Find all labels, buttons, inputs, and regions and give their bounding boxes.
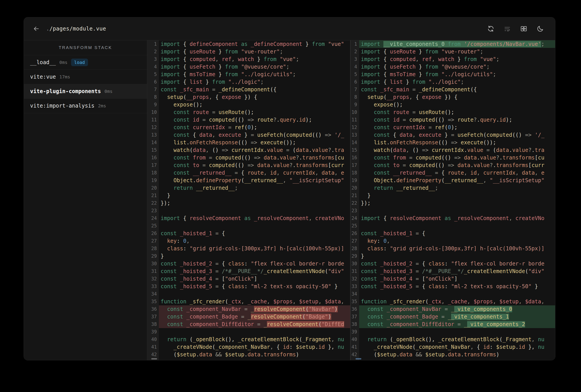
h-scrollbar-thumb[interactable] [151, 358, 157, 360]
line-number: 10 [147, 108, 159, 116]
code-text: Object.defineProperty(__returned__, "__i… [359, 176, 555, 184]
code-text: const to = computed(() => data.value?.tr… [359, 162, 555, 169]
code-line: 18 const __returned__ = { route, id, cur… [351, 169, 555, 176]
transform-stack-sidebar: TRANSFORM STACK __load__0msloadvite:vue1… [24, 40, 147, 360]
code-text: const from = computed(() => data.value?.… [359, 154, 555, 162]
line-number: 15 [147, 146, 159, 154]
code-line: 40 return (_openBlock(), _createElementB… [351, 336, 555, 343]
code-line: 14 list.onFetchResponse(() => execute())… [147, 139, 350, 146]
transform-time: 17ms [60, 74, 70, 80]
code-text: watch(data, () => currentIdx.value = (da… [159, 146, 350, 154]
code-text: class: "grid grid-cols-[300px,3fr] h-[ca… [159, 245, 350, 252]
line-number: 18 [147, 169, 159, 176]
code-line: 7const _sfc_main = _defineComponent({ [351, 86, 555, 93]
code-text [159, 328, 350, 336]
code-text: const _component_DiffEditor = _resolveCo… [159, 320, 350, 328]
line-number: 16 [147, 154, 159, 162]
code-text: import { useFetch } from "@vueuse/core"; [159, 63, 350, 70]
code-panel-after[interactable]: 1import __vite_components_0 from '/compo… [351, 40, 555, 360]
code-text: const route = useRoute(); [359, 108, 555, 116]
line-number: 23 [351, 207, 359, 214]
refresh-button[interactable] [487, 25, 494, 32]
toolbar-actions [487, 25, 544, 32]
code-text: class: "grid grid-cols-[300px,3fr] h-[ca… [359, 245, 555, 252]
code-text: return (_openBlock(), _createElementBloc… [159, 336, 350, 343]
code-line: 27 key: 0, [147, 237, 350, 245]
theme-toggle-button[interactable] [536, 25, 544, 32]
code-line: 24import { resolveComponent as _resolveC… [147, 214, 350, 222]
transform-time: 2ms [98, 103, 106, 108]
code-text: const _hoisted_4 = ["onClick"] [159, 275, 350, 283]
transform-name: __load__ [30, 59, 56, 66]
code-line: 22}); [351, 199, 555, 207]
line-number: 24 [351, 214, 359, 222]
code-line: 40 return (_openBlock(), _createElementB… [147, 336, 350, 343]
line-number: 31 [147, 268, 159, 275]
line-number: 32 [351, 275, 359, 283]
line-number: 39 [351, 328, 359, 336]
sidebar-item-load[interactable]: __load__0msload [24, 55, 147, 70]
sidebar-item-vite-vue[interactable]: vite:vue17ms [24, 70, 147, 84]
code-line: 30const _hoisted_2 = { class: "flex flex… [351, 260, 555, 268]
h-scrollbar-thumb[interactable] [356, 358, 361, 360]
code-line: 36 const _component_NavBar = __vite_comp… [351, 305, 555, 313]
code-line: 39 [351, 328, 555, 336]
code-panel-before[interactable]: 1import { defineComponent as _defineComp… [147, 40, 351, 360]
code-text: function _sfc_render(_ctx, _cache, $prop… [159, 298, 350, 305]
code-text: import { computed, ref, watch } from "vu… [359, 56, 555, 63]
transform-time: 0ms [104, 89, 112, 94]
code-text: import { resolveComponent as _resolveCom… [159, 214, 350, 222]
line-number: 39 [147, 328, 159, 336]
code-line: 4import { useFetch } from "@vueuse/core"… [351, 63, 555, 70]
code-line: 17 const to = computed(() => data.value?… [147, 162, 350, 169]
transform-name: vite-plugin-components [30, 88, 101, 94]
code-line: 28 class: "grid grid-cols-[300px,3fr] h-… [147, 245, 350, 252]
code-text: import { computed, ref, watch } from "vu… [159, 56, 350, 63]
line-number: 16 [351, 154, 359, 162]
code-text: const _hoisted_4 = ["onClick"] [359, 275, 555, 283]
line-number: 8 [147, 93, 159, 101]
code-line: 29} [147, 252, 350, 260]
line-number: 38 [351, 320, 359, 328]
side-by-side-toggle-button[interactable] [520, 25, 528, 32]
line-number: 2 [351, 48, 359, 56]
line-number: 30 [147, 260, 159, 268]
code-text: const _hoisted_1 = { [159, 230, 350, 237]
line-number: 42 [351, 351, 359, 358]
line-number: 1 [147, 40, 159, 48]
code-line: 13 const { data, execute } = useFetch(co… [351, 131, 555, 139]
line-number: 4 [351, 63, 359, 70]
code-text: import { useFetch } from "@vueuse/core"; [359, 63, 555, 70]
code-line: 5import { msToTime } from "../logic/util… [351, 70, 555, 78]
code-line: 15 watch(data, () => currentIdx.value = … [147, 146, 350, 154]
code-text: key: 0, [159, 237, 350, 245]
code-line: 38 const _component_DiffEditor = _resolv… [147, 320, 350, 328]
line-number: 22 [351, 199, 359, 207]
top-bar: ./pages/module.vue [24, 17, 555, 40]
code-text: import { resolveComponent as _resolveCom… [359, 214, 555, 222]
code-text [159, 207, 350, 214]
code-line: 10 const route = useRoute(); [351, 108, 555, 116]
code-line: 16 const from = computed(() => data.valu… [351, 154, 555, 162]
sidebar-item-vite-import-analysis[interactable]: vite:import-analysis2ms [24, 99, 147, 113]
code-line: 28 class: "grid grid-cols-[300px,3fr] h-… [351, 245, 555, 252]
code-line: 32const _hoisted_4 = ["onClick"] [147, 275, 350, 283]
line-number: 23 [147, 207, 159, 214]
line-number: 25 [147, 222, 159, 230]
sidebar-item-vite-plugin-components[interactable]: vite-plugin-components0ms [24, 84, 147, 99]
code-text: const _sfc_main = _defineComponent({ [159, 86, 350, 93]
line-number: 24 [147, 214, 159, 222]
line-number: 14 [351, 139, 359, 146]
code-text [159, 290, 350, 298]
code-line: 2import { useRoute } from "vue-router"; [147, 48, 350, 56]
line-number: 30 [351, 260, 359, 268]
line-wrap-toggle-button[interactable] [504, 25, 511, 32]
code-line: 6import { list } from "../logic"; [351, 78, 555, 86]
code-text: key: 0, [359, 237, 555, 245]
line-number: 13 [147, 131, 159, 139]
back-button[interactable] [32, 24, 41, 34]
code-text: return (_openBlock(), _createElementBloc… [359, 336, 555, 343]
inspect-window: ./pages/module.vue TRANSFORM STACK __loa… [24, 17, 556, 360]
line-number: 11 [351, 116, 359, 124]
code-line: 34 [147, 290, 350, 298]
